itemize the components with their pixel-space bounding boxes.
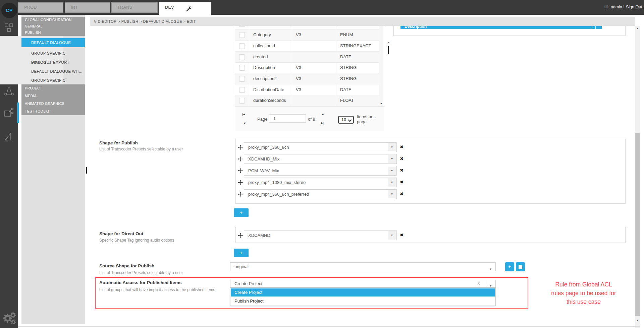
select-arrow-icon[interactable]: ▼ bbox=[388, 155, 396, 163]
drag-move-icon[interactable] bbox=[238, 168, 243, 173]
sign-out-link[interactable]: Sign Out bbox=[626, 5, 642, 9]
remove-shape-icon[interactable]: ✖ bbox=[400, 144, 404, 149]
tab-trans[interactable]: TRANS bbox=[111, 2, 158, 13]
menu-item-media[interactable]: MEDIA bbox=[21, 92, 85, 100]
prev-page-button[interactable]: ◄ bbox=[243, 121, 246, 125]
select-arrow-icon[interactable]: ▼ bbox=[388, 231, 396, 240]
menu-item-default-dialogue[interactable]: DEFAULT DIALOGUE bbox=[21, 38, 85, 47]
add-direct-out-shape-button[interactable]: + bbox=[234, 249, 249, 257]
browse-shape-button[interactable] bbox=[516, 262, 525, 271]
tab-int[interactable]: INT bbox=[65, 2, 110, 13]
settings-gears-icon[interactable] bbox=[2, 310, 17, 324]
source-shape-select[interactable]: original ▼ bbox=[230, 262, 496, 271]
user-greeting: Hi, admin ! bbox=[604, 5, 625, 9]
modules-icon[interactable] bbox=[4, 23, 14, 33]
items-per-page-select[interactable]: 10 bbox=[338, 116, 354, 124]
app-logo[interactable]: CP bbox=[1, 3, 17, 18]
remove-shape-icon[interactable]: ✖ bbox=[400, 168, 404, 173]
select-arrow-icon[interactable]: ▼ bbox=[388, 178, 396, 187]
remove-shape-icon[interactable]: ✖ bbox=[400, 156, 404, 161]
direct-out-shape-select[interactable]: XDCAMHD ▼ bbox=[244, 231, 397, 240]
shape-select[interactable]: XDCAMHD_Mix ▼ bbox=[244, 154, 397, 164]
select-arrow-icon[interactable]: ▼ bbox=[388, 190, 396, 198]
menu-item-test-toolkit[interactable]: TEST TOOLKIT bbox=[21, 108, 85, 115]
drag-move-icon[interactable] bbox=[238, 180, 243, 185]
first-page-button[interactable]: |◄ bbox=[242, 113, 245, 116]
menu-item-global-configuration[interactable]: GLOBAL CONFIGURATION bbox=[21, 17, 85, 23]
row-checkbox[interactable] bbox=[239, 76, 245, 82]
select-arrow-icon[interactable]: ▼ bbox=[388, 143, 396, 151]
menu-item-group-specific-dialogue-2[interactable]: GROUP SPECIFIC DIALOG... bbox=[21, 76, 85, 85]
last-page-button[interactable]: ►| bbox=[321, 121, 324, 125]
collaboration-icon[interactable] bbox=[4, 86, 14, 96]
main-scrollbar-thumb[interactable] bbox=[635, 133, 640, 316]
shape-select[interactable]: proxy_mp4_360_8ch ▼ bbox=[244, 142, 397, 152]
metadata-table: CameraCard V3 BOOLEAN Category V3 ENUM c… bbox=[235, 26, 383, 106]
measure-icon[interactable] bbox=[4, 132, 14, 142]
delete-icon[interactable] bbox=[592, 26, 596, 29]
auto-access-title: Automatic Access for Published Items bbox=[99, 280, 182, 285]
shape-for-direct-out-subtitle: Specific Shape Tag ignoring audio option… bbox=[99, 238, 174, 243]
table-row[interactable]: created DATE bbox=[235, 52, 379, 63]
scroll-down-icon[interactable]: ▼ bbox=[636, 319, 639, 322]
table-scrollbar[interactable] bbox=[379, 26, 383, 106]
table-scroll-down-icon[interactable]: ▼ bbox=[380, 103, 382, 105]
option-publish-project[interactable]: Publish Project bbox=[231, 297, 495, 305]
row-checkbox[interactable] bbox=[239, 98, 245, 104]
remove-shape-icon[interactable]: ✖ bbox=[400, 180, 404, 185]
menu-item-group-specific-dialogue[interactable]: GROUP SPECIFIC DIALOG... bbox=[21, 49, 85, 58]
table-row[interactable]: durationSeconds FLOAT bbox=[235, 95, 379, 106]
table-row[interactable]: CameraCard V3 BOOLEAN bbox=[235, 26, 379, 29]
add-shape-button[interactable]: + bbox=[234, 208, 249, 217]
shape-select[interactable]: PCM_WAV_Mix ▼ bbox=[244, 166, 397, 176]
tab-prod[interactable]: PROD bbox=[18, 2, 63, 13]
resize-handle[interactable] bbox=[86, 167, 87, 174]
column-divider bbox=[336, 26, 336, 106]
collapse-panel-icon[interactable]: ◄ bbox=[387, 41, 390, 44]
table-row[interactable]: description2 V3 STRING bbox=[235, 73, 379, 84]
scroll-up-icon[interactable]: ▲ bbox=[636, 27, 639, 30]
row-checkbox[interactable] bbox=[239, 26, 245, 27]
add-source-shape-button[interactable]: + bbox=[505, 262, 514, 271]
table-row[interactable]: collectionId STRINGEXACT bbox=[235, 41, 379, 52]
auto-access-select[interactable]: Create Project X ▼ bbox=[230, 280, 496, 287]
drag-move-icon[interactable] bbox=[238, 145, 243, 150]
table-row[interactable]: DistributionDate V3 DATE bbox=[235, 84, 379, 95]
menu-item-publish[interactable]: PUBLISH bbox=[21, 29, 85, 36]
menu-item-project[interactable]: PROJECT bbox=[21, 84, 85, 92]
menu-item-default-dialogue-wit[interactable]: DEFAULT DIALOGUE WIT... bbox=[21, 67, 85, 76]
annotation-text: Rule from Global ACL rules page to be us… bbox=[535, 280, 632, 306]
remove-shape-icon[interactable]: ✖ bbox=[400, 233, 404, 238]
table-row[interactable]: Category V3 ENUM bbox=[235, 29, 379, 41]
row-checkbox[interactable] bbox=[239, 43, 245, 49]
drag-move-icon[interactable] bbox=[238, 233, 243, 238]
menu-item-general[interactable]: GENERAL bbox=[21, 23, 85, 29]
menu-item-animated-graphics[interactable]: ANIMATED GRAPHICS bbox=[21, 100, 85, 108]
panel-splitter[interactable] bbox=[388, 46, 389, 54]
bottom-divider bbox=[18, 326, 640, 327]
row-checkbox[interactable] bbox=[239, 65, 245, 71]
menu-item-final-cut-export[interactable]: FINAL CUT EXPORT bbox=[21, 58, 85, 67]
tab-dev[interactable]: DEV bbox=[159, 2, 211, 15]
drag-move-icon[interactable] bbox=[238, 156, 243, 161]
select-divider bbox=[486, 281, 486, 286]
shape-select[interactable]: proxy_mp4_1080_mix_stereo ▼ bbox=[244, 178, 397, 187]
remove-shape-icon[interactable]: ✖ bbox=[400, 191, 404, 196]
next-page-button[interactable]: ► bbox=[321, 113, 324, 116]
column-divider bbox=[292, 26, 292, 106]
table-row[interactable]: Description V3 STRING bbox=[235, 62, 379, 73]
auto-access-subtitle: List of groups that will have implicit a… bbox=[99, 287, 215, 292]
row-checkbox[interactable] bbox=[239, 54, 245, 60]
drag-move-icon[interactable] bbox=[238, 192, 243, 197]
shape-select[interactable]: proxy_mp4_360_8ch_preferred ▼ bbox=[244, 189, 397, 199]
detail-panel-header[interactable]: Description bbox=[400, 26, 602, 29]
shape-for-publish-subtitle: List of Transcoder Presets selectable by… bbox=[99, 147, 183, 151]
row-checkbox[interactable] bbox=[239, 87, 245, 93]
app-window: PROD INT TRANS DEV Hi, admin ! Sign Out … bbox=[0, 0, 644, 328]
clear-selection-icon[interactable]: X bbox=[477, 280, 480, 287]
page-number-input[interactable]: 1 bbox=[269, 114, 306, 123]
option-create-project[interactable]: Create Project bbox=[231, 288, 495, 297]
editor-icon[interactable] bbox=[4, 108, 14, 118]
select-arrow-icon[interactable]: ▼ bbox=[388, 167, 396, 175]
row-checkbox[interactable] bbox=[239, 32, 245, 38]
